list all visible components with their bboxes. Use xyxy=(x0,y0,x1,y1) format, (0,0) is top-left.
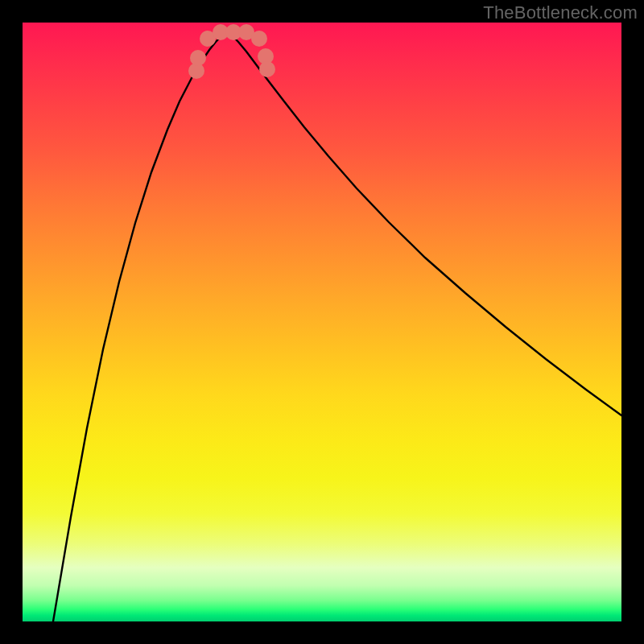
watermark-text: TheBottleneck.com xyxy=(483,2,638,23)
data-marker xyxy=(259,61,275,77)
chart-svg xyxy=(23,23,621,621)
data-marker xyxy=(190,50,206,66)
curve-markers xyxy=(188,24,275,79)
curve-left-branch xyxy=(53,31,227,621)
curve-right-branch xyxy=(227,31,621,415)
chart-frame: TheBottleneck.com xyxy=(0,0,644,644)
data-marker xyxy=(251,31,267,47)
plot-area xyxy=(23,23,621,621)
curve-lines xyxy=(53,31,621,621)
